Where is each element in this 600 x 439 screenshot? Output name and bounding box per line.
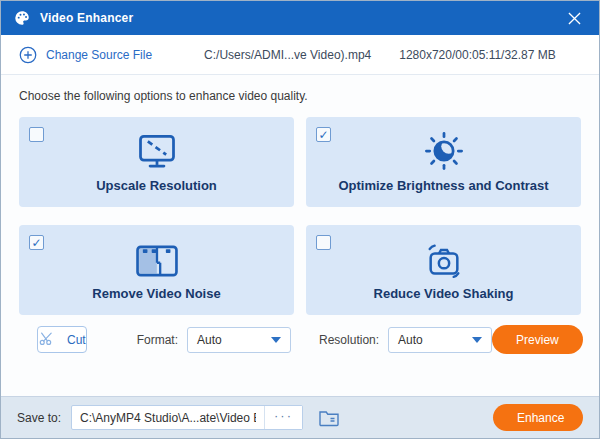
camera-shake-icon	[306, 225, 581, 281]
enhance-button[interactable]: Enhance	[493, 404, 583, 431]
toolbar: Cut Format: Auto Resolution: Auto Previe…	[19, 315, 581, 354]
option-card-remove-noise[interactable]: Remove Video Noise	[19, 225, 294, 315]
resolution-label: Resolution:	[319, 333, 379, 347]
optimize-brightness-label: Optimize Brightness and Contrast	[306, 178, 581, 193]
format-value: Auto	[197, 333, 222, 347]
cut-button[interactable]: Cut	[37, 326, 87, 353]
titlebar: Video Enhancer	[1, 1, 599, 35]
video-enhancer-window: Video Enhancer Change Source File C:/Use…	[0, 0, 600, 439]
format-dropdown[interactable]: Auto	[187, 327, 291, 353]
save-path-group: ···	[71, 405, 303, 430]
film-strip-icon	[19, 225, 294, 281]
scissors-icon	[38, 330, 55, 350]
option-card-optimize-brightness[interactable]: Optimize Brightness and Contrast	[306, 117, 581, 207]
format-field: Format: Auto	[137, 327, 291, 353]
instruction-text: Choose the following options to enhance …	[19, 89, 581, 103]
main-content: Choose the following options to enhance …	[1, 75, 599, 396]
resolution-value: Auto	[398, 333, 423, 347]
resolution-field: Resolution: Auto	[319, 327, 492, 353]
format-label: Format:	[137, 333, 178, 347]
resolution-dropdown[interactable]: Auto	[388, 327, 492, 353]
plus-circle-icon	[19, 46, 37, 64]
close-icon[interactable]	[561, 5, 587, 31]
palette-app-icon	[13, 9, 31, 27]
monitor-upscale-icon	[19, 117, 294, 173]
footer-bar: Save to: ··· Enhance	[1, 396, 599, 438]
save-path-input[interactable]	[72, 406, 264, 429]
chevron-down-icon	[472, 337, 482, 343]
window-title: Video Enhancer	[40, 11, 133, 25]
upscale-resolution-label: Upscale Resolution	[19, 178, 294, 193]
open-folder-icon[interactable]	[316, 405, 342, 430]
remove-noise-label: Remove Video Noise	[19, 286, 294, 301]
option-cards-grid: Upscale Resolution	[19, 117, 581, 315]
save-to-label: Save to:	[17, 411, 61, 425]
upscale-resolution-checkbox[interactable]	[29, 127, 44, 142]
source-file-path: C:/Users/ADMI...ve Video).mp4	[204, 48, 371, 62]
source-file-bar: Change Source File C:/Users/ADMI...ve Vi…	[1, 35, 599, 75]
preview-button[interactable]: Preview	[492, 325, 583, 354]
option-card-reduce-shaking[interactable]: Reduce Video Shaking	[306, 225, 581, 315]
browse-button[interactable]: ···	[264, 406, 302, 429]
remove-noise-checkbox[interactable]	[29, 235, 44, 250]
brightness-contrast-icon	[306, 117, 581, 173]
optimize-brightness-checkbox[interactable]	[316, 127, 331, 142]
source-file-info: 1280x720/00:05:11/32.87 MB	[399, 48, 556, 62]
reduce-shaking-label: Reduce Video Shaking	[306, 286, 581, 301]
option-card-upscale-resolution[interactable]: Upscale Resolution	[19, 117, 294, 207]
chevron-down-icon	[271, 337, 281, 343]
change-source-file-button[interactable]: Change Source File	[19, 46, 152, 64]
reduce-shaking-checkbox[interactable]	[316, 235, 331, 250]
cut-button-label: Cut	[67, 333, 86, 347]
change-source-file-label: Change Source File	[46, 48, 152, 62]
